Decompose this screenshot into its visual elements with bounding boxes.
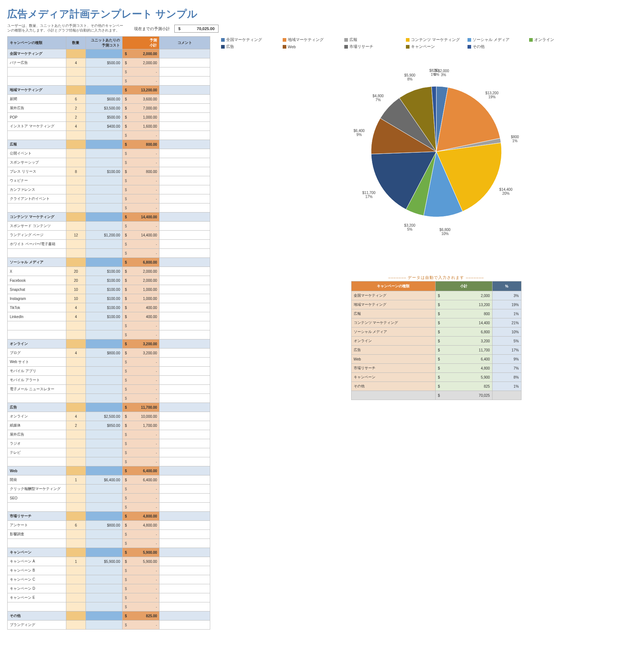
pie-label: 10% [441,232,448,236]
legend-item: ソーシャル メディア [468,36,529,43]
table-row: 開発1$6,400.00$6,400.00 [8,475,210,485]
table-row: 屋外広告2$3,500.00$7,000.00 [8,104,210,113]
table-row: 公開イベント$- [8,149,210,158]
pie-label: $11,700 [362,191,375,195]
table-row: $- [8,131,210,140]
th-sub: 予測 小計 [122,37,159,49]
pie-label: 0% [434,73,439,77]
table-row: $- [8,394,210,403]
table-row: スポンサーシップ$- [8,158,210,167]
section-row: 市場リサーチ$4,800.00 [8,512,210,521]
legend-item: 全国マーケティング [221,36,283,43]
subtotal-box: 現在までの予測小計 $70,025.00 [134,25,219,33]
legend-item: 市場リサーチ [344,43,406,50]
pie-label: $6,400 [353,129,365,133]
table-row: クリック報酬型マーケティング$- [8,485,210,494]
pie-label: $3,200 [404,223,415,227]
chart-legend: 全国マーケティング地域マーケティング広報コンテンツ マーケティングソーシャル メ… [221,36,644,50]
table-row: $- [8,330,210,339]
summary-row: 市場リサーチ$4,8007% [351,364,521,373]
table-row: スポンサード コンテンツ$- [8,222,210,231]
section-row: 地域マーケティング$13,200.00 [8,86,210,95]
section-row: Web$6,400.00 [8,466,210,475]
table-row: $- [8,67,210,77]
th-name: キャンペーンの種類 [8,37,66,49]
section-row: ソーシャル メディア$6,800.00 [8,258,210,267]
pie-chart: $2,0003%$13,20019%$8001%$14,40020%$6,800… [221,57,644,246]
table-row: $- [8,203,210,213]
th-cost: ユニットあたりの 予測コスト [86,37,122,49]
pie-label: $800 [511,135,519,139]
legend-item: 地域マーケティング [283,36,344,43]
pie-label: 8% [407,77,412,81]
pie-label: $5,900 [404,73,415,77]
section-row: その他$825.00 [8,611,210,621]
table-row: テレビ$- [8,448,210,457]
table-row: キャンペーン C$- [8,575,210,584]
summary-row: 広報$8001% [351,309,521,318]
summary-th-pct: % [492,281,521,291]
pie-label: $14,400 [499,187,512,191]
table-row: 電子メール ニュースレター$- [8,385,210,394]
table-row: 新聞6$600.00$3,600.00 [8,95,210,104]
page-title: 広告メディア計画テンプレート サンプル [7,7,644,21]
table-row: $- [8,321,210,330]
table-row: TikTok4$100.00$400.00 [8,303,210,312]
pie-label: 1% [512,139,518,143]
table-row: LinkedIn4$100.00$400.00 [8,312,210,321]
table-row: X20$100.00$2,000.00 [8,267,210,276]
pie-label: 3% [441,73,446,77]
legend-item: Web [283,44,344,50]
table-row: $- [8,602,210,611]
table-row: 影響調査$- [8,530,210,539]
table-row: キャンペーン A1$5,900.00$5,900.00 [8,557,210,566]
pie-label: $13,200 [485,91,499,95]
section-row: コンテンツ マーケティング$14,400.00 [8,213,210,222]
table-row: $- [8,539,210,548]
legend-item: コンテンツ マーケティング [406,36,468,43]
table-row: Snapchat10$100.00$1,000.00 [8,285,210,294]
pie-label: 17% [365,195,372,199]
legend-item: 広告 [221,43,283,50]
table-row: キャンペーン D$- [8,584,210,593]
table-row: SEO$- [8,494,210,503]
table-row: ランディング ページ12$1,200.00$14,400.00 [8,231,210,240]
summary-row: オンライン$3,2005% [351,337,521,346]
pie-label: 7% [375,98,381,102]
summary-row: ソーシャル メディア$6,80010% [351,327,521,337]
table-row: ホワイト ペーパー/電子書籍$- [8,240,210,249]
table-row: カンファレンス$- [8,185,210,194]
section-row: 広告$11,700.00 [8,403,210,412]
table-row: アンケート6$800.00$4,800.00 [8,521,210,530]
table-row: ブログ4$800.00$3,200.00 [8,349,210,358]
summary-row: 広告$11,70017% [351,346,521,355]
summary-table: キャンペーンの種類 小計 % 全国マーケティング$2,0003%地域マーケティン… [351,281,522,400]
table-row: $- [8,249,210,258]
table-row: クライアントのイベント$- [8,194,210,203]
section-row: 全国マーケティング$2,000.00 [8,49,210,58]
legend-item: 広報 [344,36,406,43]
pie-label: $6,800 [439,228,450,232]
table-header-row: キャンペーンの種類 数量 ユニットあたりの 予測コスト 予測 小計 コメント [8,37,210,49]
table-row: ラジオ$- [8,439,210,448]
summary-th-name: キャンペーンの種類 [351,281,436,291]
summary-total-row: $70,025 [351,391,521,400]
plan-table: キャンペーンの種類 数量 ユニットあたりの 予測コスト 予測 小計 コメント 全… [7,36,210,630]
pie-label: 5% [407,227,412,231]
pie-label: 20% [502,191,509,195]
table-row: $- [8,457,210,466]
table-row: $- [8,503,210,512]
table-row: 屋外広告$- [8,430,210,439]
section-row: オンライン$3,200.00 [8,339,210,349]
section-row: 広報$800.00 [8,140,210,149]
th-comment: コメント [159,37,210,49]
table-row: ブランディング$- [8,621,210,630]
legend-item: オンライン [529,36,591,43]
page-subtitle: ユーザーは、数量、ユニットあたりの予測コスト、その他のキャンペーンの種類を入力し… [7,23,123,33]
subtotal-value: $70,025.00 [174,25,219,33]
summary-row: その他$8251% [351,382,521,391]
table-row: モバイル アプリ$- [8,367,210,376]
legend-item: キャンペーン [406,43,468,50]
th-qty: 数量 [66,37,86,49]
legend-item: その他 [468,43,529,50]
